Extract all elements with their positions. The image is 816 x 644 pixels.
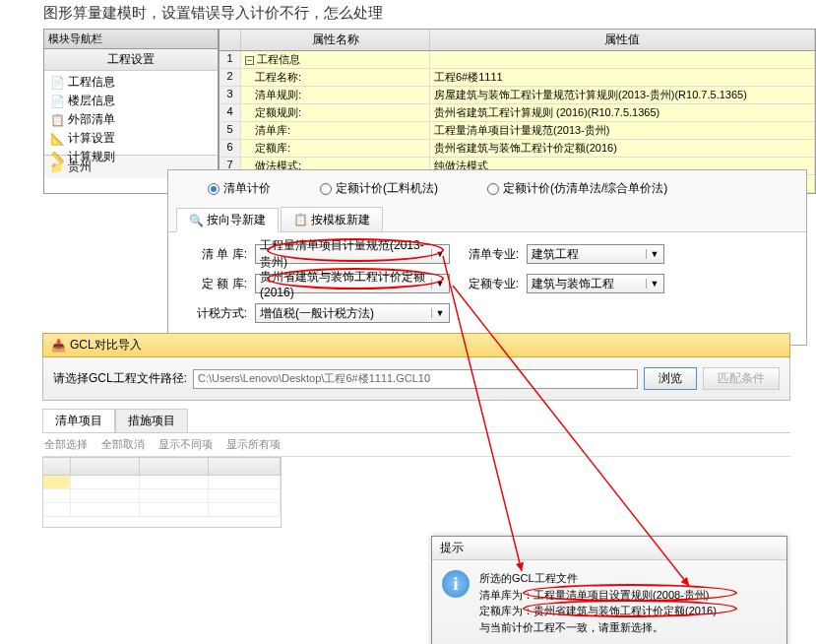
qd-lib-dropdown[interactable]: 工程量清单项目计量规范(2013-贵州)▼ [255, 244, 450, 264]
nav-item-label: 工程信息 [68, 74, 115, 91]
results-grid [42, 457, 282, 528]
radio-icon [208, 183, 220, 195]
qd-spec-dropdown[interactable]: 建筑工程▼ [527, 244, 664, 264]
match-button: 匹配条件 [703, 367, 780, 390]
chevron-down-icon: ▼ [431, 279, 445, 289]
dialog-line: 所选的GCL工程文件 [479, 570, 717, 587]
property-row[interactable]: 4定额规则:贵州省建筑工程计算规则 (2016)(R10.7.5.1365) [220, 104, 815, 122]
col-val-header: 属性值 [430, 30, 815, 50]
radio-list-pricing[interactable]: 清单计价 [208, 180, 271, 197]
filter-row: 全部选择 全部取消 显示不同项 显示所有项 [42, 433, 790, 457]
tabs-row: 🔍按向导新建 📋按模板新建 [168, 207, 806, 232]
nav-item-external-list[interactable]: 📋外部清单 [46, 110, 216, 129]
filter-show-all[interactable]: 显示所有项 [226, 437, 281, 452]
result-tabs: 清单项目 措施项目 [42, 409, 790, 433]
table-row[interactable] [43, 476, 281, 489]
nav-section-title: 工程设置 [44, 49, 218, 71]
nav-item-calc-settings[interactable]: 📐计算设置 [46, 129, 216, 148]
col-num-header [220, 30, 241, 50]
dialog-line: 清单库为：工程量清单项目设置规则(2008-贵州) [479, 587, 717, 604]
filter-deselect-all[interactable]: 全部取消 [101, 437, 145, 452]
message-dialog: 提示 i 所选的GCL工程文件 清单库为：工程量清单项目设置规则(2008-贵州… [431, 536, 787, 644]
de-lib-label: 定 额 库: [186, 276, 247, 292]
wand-icon: 🔍 [189, 214, 204, 227]
de-lib-dropdown[interactable]: 贵州省建筑与装饰工程计价定额(2016)▼ [255, 274, 450, 293]
tax-label: 计税方式: [186, 305, 247, 322]
radio-row: 清单计价 定额计价(工料机法) 定额计价(仿清单法/综合单价法) [168, 170, 806, 207]
tab-wizard-new[interactable]: 🔍按向导新建 [176, 208, 279, 232]
tab-measure-items[interactable]: 措施项目 [115, 409, 188, 432]
col-name-header: 属性名称 [241, 30, 430, 50]
doc-icon: 📄 [50, 95, 64, 108]
page-title: 图形算量建模时，设置错误导入计价不行，怎么处理 [0, 0, 816, 27]
de-spec-label: 定额专业: [458, 276, 519, 292]
nav-header: 模块导航栏 [44, 30, 218, 49]
import-panel-title: 📥 GCL对比导入 [42, 333, 790, 357]
qd-lib-label: 清 单 库: [186, 246, 247, 263]
property-row[interactable]: 3清单规则:房屋建筑与装饰工程计量规范计算规则(2013-贵州)(R10.7.5… [220, 87, 815, 104]
path-label: 请选择GCL工程文件路径: [53, 370, 187, 387]
property-row[interactable]: 5清单库:工程量清单项目计量规范(2013-贵州) [220, 122, 815, 140]
de-spec-dropdown[interactable]: 建筑与装饰工程▼ [527, 274, 664, 293]
nav-tree: 📄工程信息 📄楼层信息 📋外部清单 📐计算设置 📏计算规则 [44, 71, 218, 155]
gcl-import-panel: 📥 GCL对比导入 请选择GCL工程文件路径: 浏览 匹配条件 清单项目 措施项… [42, 333, 790, 528]
list-icon: 📋 [50, 113, 64, 127]
property-row[interactable]: 1−工程信息 [220, 51, 815, 69]
dropdown-value: 贵州省建筑与装饰工程计价定额(2016) [260, 269, 431, 299]
form-area: 清 单 库: 工程量清单项目计量规范(2013-贵州)▼ 清单专业: 建筑工程▼… [168, 232, 806, 345]
pricing-panel: 清单计价 定额计价(工料机法) 定额计价(仿清单法/综合单价法) 🔍按向导新建 … [167, 169, 807, 346]
chevron-down-icon: ▼ [431, 249, 445, 259]
property-row[interactable]: 2工程名称:工程6#楼1111 [220, 69, 815, 87]
dialog-message: 所选的GCL工程文件 清单库为：工程量清单项目设置规则(2008-贵州) 定额库… [479, 570, 717, 635]
nav-bottom-label: 贵州 [68, 159, 92, 175]
tab-list-items[interactable]: 清单项目 [42, 409, 115, 432]
table-row[interactable] [43, 489, 281, 503]
radio-label: 清单计价 [223, 180, 271, 197]
dialog-line: 与当前计价工程不一致，请重新选择。 [479, 619, 717, 636]
dialog-title: 提示 [432, 537, 786, 560]
nav-item-label: 楼层信息 [68, 93, 115, 109]
property-row[interactable]: 6定额库:贵州省建筑与装饰工程计价定额(2016) [220, 140, 815, 158]
gcl-path-input[interactable] [193, 369, 638, 389]
dropdown-value: 建筑工程 [532, 246, 646, 263]
radio-quota-material[interactable]: 定额计价(工料机法) [320, 180, 438, 197]
dialog-line: 定额库为：贵州省建筑与装饰工程计价定额(2016) [479, 603, 717, 619]
browse-button[interactable]: 浏览 [644, 367, 697, 390]
dropdown-value: 建筑与装饰工程 [532, 276, 646, 292]
folder-icon [50, 161, 64, 174]
table-row[interactable] [43, 503, 281, 517]
filter-show-diff[interactable]: 显示不同项 [158, 437, 213, 452]
doc-icon: 📄 [50, 76, 64, 90]
tab-label: 按向导新建 [207, 212, 266, 228]
tax-dropdown[interactable]: 增值税(一般计税方法)▼ [255, 303, 450, 323]
filter-select-all[interactable]: 全部选择 [44, 437, 88, 452]
nav-item-label: 外部清单 [68, 111, 115, 128]
info-icon: i [442, 570, 470, 598]
qd-spec-label: 清单专业: [458, 246, 519, 263]
radio-icon [487, 183, 499, 195]
nav-item-floor-info[interactable]: 📄楼层信息 [46, 92, 216, 110]
nav-item-label: 计算设置 [68, 130, 115, 147]
import-title-text: GCL对比导入 [70, 337, 142, 354]
nav-item-project-info[interactable]: 📄工程信息 [46, 73, 216, 92]
tab-label: 按模板新建 [311, 212, 370, 228]
import-icon: 📥 [51, 339, 66, 353]
radio-quota-composite[interactable]: 定额计价(仿清单法/综合单价法) [487, 180, 667, 197]
template-icon: 📋 [293, 213, 308, 226]
radio-label: 定额计价(仿清单法/综合单价法) [503, 180, 667, 197]
chevron-down-icon: ▼ [646, 249, 659, 259]
radio-label: 定额计价(工料机法) [336, 180, 438, 197]
chevron-down-icon: ▼ [646, 279, 659, 289]
radio-icon [320, 183, 332, 195]
tab-template-new[interactable]: 📋按模板新建 [281, 207, 383, 231]
calc-icon: 📐 [50, 132, 64, 146]
chevron-down-icon: ▼ [431, 308, 445, 318]
dropdown-value: 工程量清单项目计量规范(2013-贵州) [260, 237, 431, 271]
dropdown-value: 增值税(一般计税方法) [260, 305, 431, 322]
